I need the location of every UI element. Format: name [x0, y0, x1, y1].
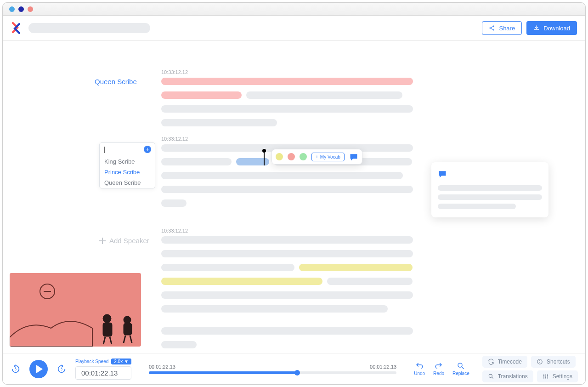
undo-button[interactable]: Undo — [414, 362, 425, 376]
player-footer: 5 5 Playback Speed 2.0x ▼ 00:01:22.13 00… — [3, 353, 585, 384]
svg-text:5: 5 — [61, 367, 62, 370]
speaker-name[interactable]: Queen Scribe — [95, 78, 137, 85]
app-window: Share Download Queen Scribe 10:33:12.12 — [2, 2, 586, 385]
playback-speed-control[interactable]: Playback Speed 2.0x ▼ — [75, 359, 131, 364]
sliders-icon — [543, 373, 549, 380]
traffic-light-2[interactable] — [18, 6, 24, 12]
shortcuts-chip-label: Shortcuts — [547, 359, 570, 365]
share-button[interactable]: Share — [482, 21, 522, 35]
redo-button[interactable]: Redo — [433, 362, 444, 376]
transcript-line[interactable] — [161, 305, 388, 313]
plus-icon: + — [316, 154, 318, 159]
speaker-option[interactable]: King Scribe — [100, 156, 155, 167]
window-titlebar — [3, 3, 585, 16]
selection-toolbar: + My Vocab — [271, 149, 362, 165]
info-icon — [537, 359, 543, 365]
transcript-line[interactable] — [161, 291, 413, 299]
svg-point-9 — [124, 317, 130, 323]
transcript-line[interactable] — [161, 172, 403, 179]
transcript-line-selected[interactable] — [236, 158, 269, 165]
svg-line-21 — [492, 377, 493, 378]
svg-point-26 — [545, 376, 546, 377]
settings-chip[interactable]: Settings — [537, 370, 578, 382]
download-button[interactable]: Download — [526, 21, 577, 35]
redo-label: Redo — [433, 371, 444, 376]
app-header: Share Download — [3, 16, 585, 41]
video-preview[interactable] — [10, 273, 141, 347]
traffic-light-1[interactable] — [9, 6, 15, 12]
search-icon — [488, 373, 494, 380]
vocab-button-label: My Vocab — [320, 154, 340, 159]
speaker-search-input[interactable]: + — [100, 143, 155, 156]
speaker-option[interactable]: Queen Scribe — [100, 177, 155, 188]
sync-icon — [488, 359, 494, 365]
shortcuts-chip[interactable]: Shortcuts — [531, 356, 576, 368]
transcript-line[interactable] — [161, 236, 413, 244]
progress-time-left: 00:01:22.13 — [149, 364, 175, 370]
progress-track[interactable] — [149, 371, 396, 374]
add-speaker-icon[interactable]: + — [144, 146, 151, 153]
transcript-line[interactable] — [246, 91, 402, 99]
svg-rect-6 — [103, 323, 112, 336]
timecode-input[interactable]: 00:01:22.13 — [75, 366, 131, 380]
progress-thumb[interactable] — [294, 370, 300, 376]
highlight-red-icon[interactable] — [288, 153, 295, 160]
transcript-line[interactable] — [161, 278, 322, 285]
svg-point-5 — [103, 315, 111, 322]
undo-label: Undo — [414, 371, 425, 376]
skip-forward-button[interactable]: 5 — [56, 364, 67, 375]
transcript-line[interactable] — [161, 341, 197, 348]
highlight-green-icon[interactable] — [300, 153, 307, 160]
transcript-line[interactable] — [299, 264, 413, 271]
transcript-line[interactable] — [327, 278, 413, 285]
transcript-line[interactable] — [161, 78, 413, 85]
highlight-yellow-icon[interactable] — [276, 153, 283, 160]
transcript-line[interactable] — [161, 186, 413, 193]
speaker-option[interactable]: Prince Scribe — [100, 167, 155, 177]
add-speaker-label: Add Speaker — [109, 237, 149, 245]
comment-card[interactable] — [431, 162, 548, 217]
document-title-placeholder[interactable] — [28, 23, 150, 33]
speaker-dropdown[interactable]: + King Scribe Prince Scribe Queen Scribe — [99, 142, 155, 188]
transcript-line[interactable] — [161, 158, 232, 165]
timecode-chip-label: Timecode — [498, 359, 522, 365]
progress-bar[interactable]: 00:01:22.13 00:01:22.13 — [149, 364, 396, 374]
replace-button[interactable]: Replace — [452, 362, 469, 376]
transcript-block-1: Queen Scribe 10:33:12.12 — [161, 69, 413, 133]
download-icon — [533, 25, 540, 31]
play-button[interactable] — [29, 360, 48, 378]
translations-chip[interactable]: Translations — [482, 370, 533, 382]
svg-rect-10 — [124, 324, 131, 335]
share-icon — [489, 25, 495, 31]
speed-value: 2.0x — [114, 359, 123, 364]
timecode-label: 10:33:12.12 — [161, 69, 413, 75]
progress-time-right: 00:01:22.13 — [370, 364, 396, 370]
svg-point-27 — [547, 374, 548, 375]
footer-chips: Timecode Shortcuts Translations Settings — [482, 356, 578, 382]
comment-icon[interactable] — [349, 153, 358, 161]
replace-label: Replace — [452, 371, 469, 376]
transcript-line[interactable] — [161, 264, 294, 271]
timecode-chip[interactable]: Timecode — [482, 356, 527, 368]
transcript-line[interactable] — [161, 250, 413, 257]
add-speaker-button[interactable]: Add Speaker — [99, 237, 149, 245]
translations-chip-label: Translations — [498, 373, 528, 380]
app-logo-icon — [11, 22, 21, 34]
playback-speed-label: Playback Speed — [75, 359, 108, 364]
plus-icon — [99, 238, 106, 244]
share-button-label: Share — [499, 25, 515, 32]
transcript-line[interactable] — [161, 91, 242, 99]
transcript-line[interactable] — [161, 105, 413, 113]
add-vocab-button[interactable]: + My Vocab — [311, 153, 345, 161]
transcript-line[interactable] — [161, 119, 277, 126]
svg-line-12 — [130, 336, 132, 343]
footer-actions: Undo Redo Replace — [414, 362, 469, 376]
transcript-editor: Queen Scribe 10:33:12.12 10:33:12.12 — [3, 42, 585, 352]
transcript-line[interactable] — [161, 327, 413, 335]
skip-back-button[interactable]: 5 — [10, 364, 21, 375]
svg-line-7 — [103, 337, 105, 344]
svg-point-25 — [543, 375, 544, 376]
transcript-line[interactable] — [161, 199, 187, 207]
traffic-light-3[interactable] — [28, 6, 33, 12]
download-button-label: Download — [543, 25, 570, 32]
